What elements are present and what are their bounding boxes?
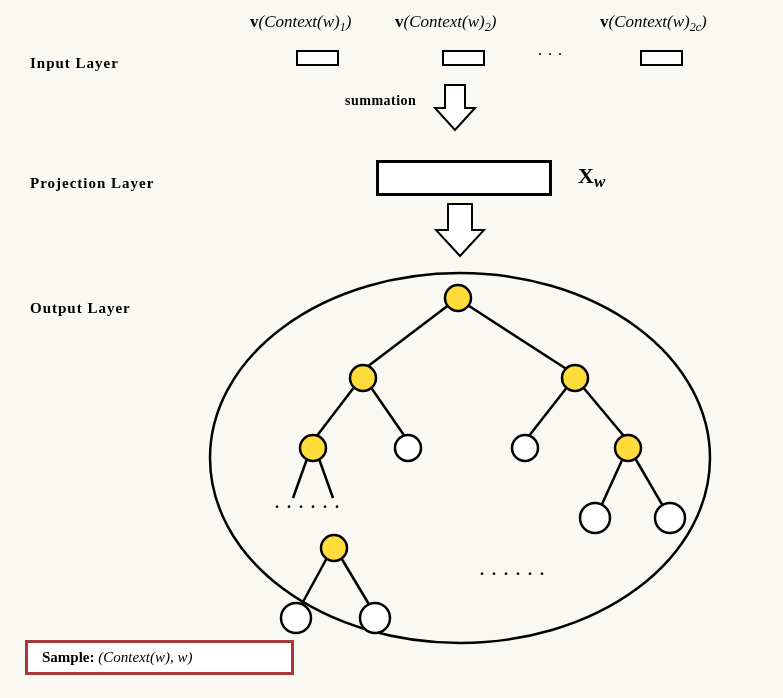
tree-dots-1: ······ (275, 498, 347, 516)
projection-layer-label: Projection Layer (30, 175, 154, 192)
input-vec-2-label: v(Context(w)2) (395, 12, 496, 35)
svg-line-12 (340, 556, 373, 611)
svg-line-8 (318, 456, 333, 498)
output-layer-label: Output Layer (30, 300, 131, 317)
svg-point-16 (300, 435, 326, 461)
projection-arrow-icon (432, 200, 488, 262)
input-rect-2 (442, 50, 485, 66)
svg-line-7 (293, 456, 308, 498)
input-vec-2c-label: v(Context(w)2c) (600, 12, 707, 35)
tree-dots-2: ······ (480, 565, 552, 583)
svg-point-18 (512, 435, 538, 461)
svg-point-14 (350, 365, 376, 391)
summation-arrow-icon (430, 80, 480, 140)
input-rect-last (640, 50, 683, 66)
input-ellipsis: ··· (538, 46, 568, 64)
svg-line-4 (370, 386, 408, 441)
svg-point-22 (321, 535, 347, 561)
projection-symbol: Xw (578, 163, 605, 189)
svg-point-24 (360, 603, 390, 633)
svg-point-17 (395, 435, 421, 461)
sample-label: Sample: (42, 649, 95, 665)
svg-point-21 (655, 503, 685, 533)
svg-line-11 (298, 556, 328, 611)
sample-expr: (Context(w), w) (98, 649, 192, 665)
svg-point-23 (281, 603, 311, 633)
svg-point-20 (580, 503, 610, 533)
input-rect-1 (296, 50, 339, 66)
svg-line-3 (313, 386, 355, 441)
svg-point-19 (615, 435, 641, 461)
svg-point-13 (445, 285, 471, 311)
input-vec-1-label: v(Context(w)1) (250, 12, 351, 35)
sample-box: Sample: (Context(w), w) (25, 640, 294, 675)
output-tree (190, 258, 730, 658)
input-layer-label: Input Layer (30, 55, 119, 72)
svg-line-2 (466, 304, 568, 370)
svg-point-15 (562, 365, 588, 391)
svg-line-1 (363, 304, 450, 370)
projection-rect (376, 160, 552, 196)
svg-line-5 (525, 386, 568, 441)
summation-label: summation (345, 93, 416, 109)
svg-line-6 (582, 386, 628, 441)
